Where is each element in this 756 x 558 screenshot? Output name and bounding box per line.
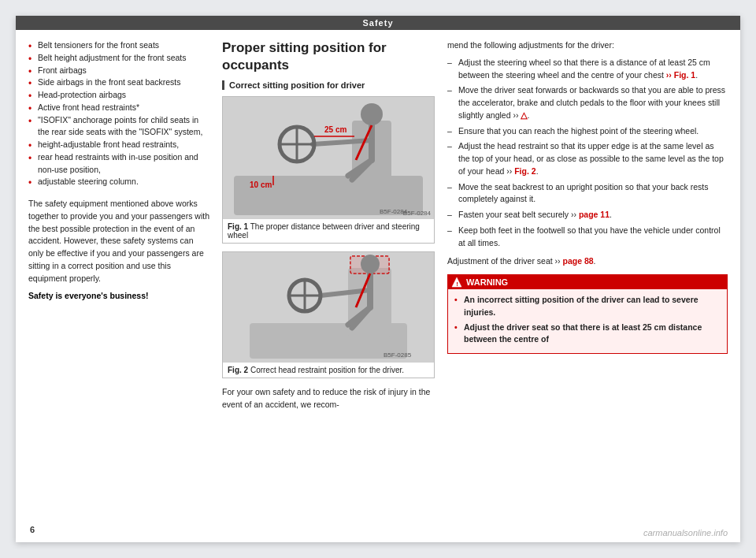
watermark: carmanualsonline.info [643, 528, 728, 538]
list-item: height-adjustable front head restraints, [28, 139, 209, 151]
fig1-code: B5F-0284 [403, 210, 431, 217]
svg-text:!: ! [456, 281, 458, 288]
middle-prose: For your own safety and to reduce the ri… [222, 386, 435, 411]
section-title: Proper sitting position for occupants [222, 39, 435, 74]
warning-box: ! WARNING An incorrect sitting position … [447, 274, 728, 354]
list-item: Side airbags in the front seat backrests [28, 76, 209, 89]
list-item: adjustable steering column. [28, 176, 209, 188]
list-item: rear head restraints with in-use positio… [28, 151, 209, 177]
page88-link: page 88 [562, 256, 593, 266]
svg-text:25 cm: 25 cm [324, 125, 346, 134]
list-item: Belt tensioners for the front seats [28, 39, 209, 52]
dash-item-5: Move the seat backrest to an upright pos… [447, 181, 728, 206]
dash-item-6: Fasten your seat belt securely ›› page 1… [447, 209, 728, 221]
warning-triangle-icon: ! [451, 277, 462, 288]
figure-1-box: 25 cm 10 cm B5F-0284 B5F-0284 Fig. 1 The… [222, 96, 435, 244]
list-item: Belt height adjustment for the front sea… [28, 52, 209, 65]
figure-2-image: B5F-0285 [223, 252, 434, 363]
list-item: "ISOFIX" anchorage points for child seat… [28, 114, 209, 140]
warning-bullet-2: Adjust the driver seat so that there is … [454, 322, 721, 347]
subsection-title: Correct sitting position for driver [222, 80, 435, 90]
bullet-list: Belt tensioners for the front seats Belt… [28, 39, 209, 188]
header-title: Safety [362, 18, 393, 28]
dash-list: Adjust the steering wheel so that there … [447, 57, 728, 250]
dash-item-1: Adjust the steering wheel so that there … [447, 57, 728, 82]
dash-item-4: Adjust the head restraint so that its up… [447, 140, 728, 177]
fig1-caption: Fig. 1 The proper distance between drive… [223, 219, 434, 243]
adjustment-text: Adjustment of the driver seat ›› page 88… [447, 255, 728, 268]
page-number: 6 [30, 525, 35, 534]
page-container: Safety Belt tensioners for the front sea… [16, 16, 740, 542]
svg-point-2 [361, 103, 383, 125]
middle-column: Proper sitting position for occupants Co… [222, 39, 435, 411]
svg-text:10 cm: 10 cm [250, 180, 272, 189]
seat-illustration-1: 25 cm 10 cm B5F-0284 [223, 97, 434, 219]
dash-item-2: Move the driver seat forwards or backwar… [447, 84, 728, 121]
fig1-link: ›› Fig. 1 [666, 70, 695, 80]
main-content: Belt tensioners for the front seats Belt… [16, 30, 740, 421]
left-prose: The safety equipment mentioned above wor… [28, 198, 209, 285]
left-column: Belt tensioners for the front seats Belt… [28, 39, 209, 411]
list-item: Front airbags [28, 65, 209, 77]
list-item: Active front head restraints* [28, 102, 209, 114]
warning-bullet-list: An incorrect sitting position of the dri… [454, 294, 721, 346]
svg-text:B5F-0285: B5F-0285 [384, 352, 412, 359]
warning-title-text: WARNING [466, 277, 508, 287]
right-prose-intro: mend the following adjustments for the d… [447, 39, 728, 52]
safety-slogan: Safety is everyone's business! [28, 291, 209, 300]
figure-1-image: 25 cm 10 cm B5F-0284 B5F-0284 [223, 97, 434, 219]
warning-header: ! WARNING [448, 275, 727, 289]
warning-link: △ [521, 110, 527, 120]
dash-item-3: Ensure that you can reach the highest po… [447, 125, 728, 138]
page11-link: page 11 [579, 210, 610, 219]
figure-2-box: B5F-0285 Fig. 2 Correct head restraint p… [222, 251, 435, 378]
fig2-link: Fig. 2 [514, 166, 536, 176]
seat-illustration-2: B5F-0285 [223, 252, 434, 363]
dash-item-7: Keep both feet in the footwell so that y… [447, 225, 728, 250]
list-item: Head-protection airbags [28, 89, 209, 102]
fig2-caption: Fig. 2 Correct head restraint position f… [223, 363, 434, 378]
right-column: mend the following adjustments for the d… [447, 39, 728, 411]
warning-bullet-1: An incorrect sitting position of the dri… [454, 294, 721, 319]
header-bar: Safety [16, 16, 740, 30]
